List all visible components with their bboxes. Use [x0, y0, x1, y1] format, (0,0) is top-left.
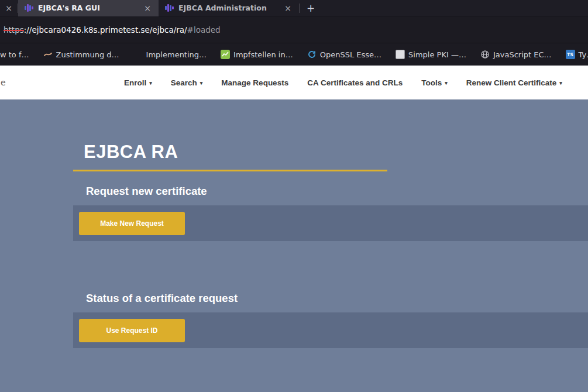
request-new-certificate-panel: Make New Request	[73, 205, 588, 241]
browser-window: × EJBCA's RA GUI × EJBCA Administration …	[0, 0, 588, 392]
page-title: EJBCA RA	[84, 142, 178, 163]
section-heading-request-new-certificate: Request new certificate	[86, 185, 207, 198]
title-divider	[73, 170, 387, 171]
page-content: EJBCA RA Request new certificate Make Ne…	[0, 99, 588, 392]
section-heading-status-of-request: Status of a certificate request	[86, 292, 238, 305]
make-new-request-button[interactable]: Make New Request	[79, 212, 185, 235]
request-status-panel: Use Request ID	[73, 312, 588, 348]
use-request-id-button[interactable]: Use Request ID	[79, 319, 185, 342]
